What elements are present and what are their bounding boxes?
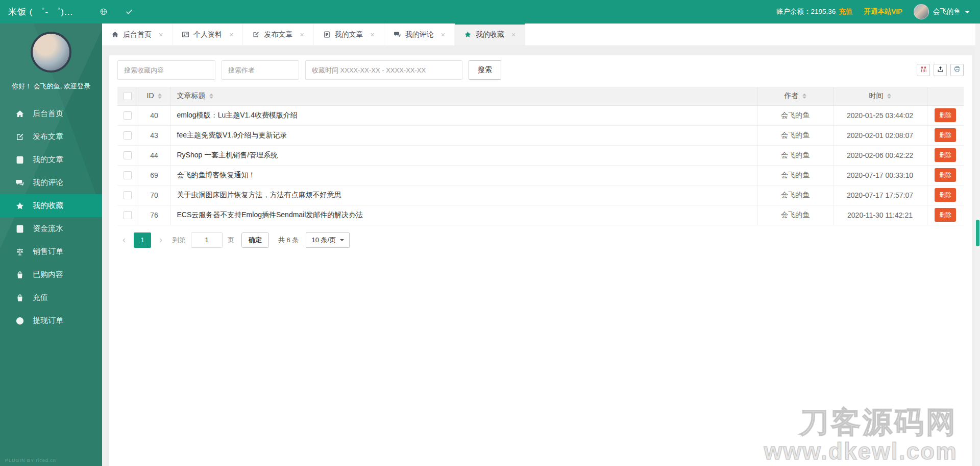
cell-title[interactable]: RyShop 一套主机销售/管理系统 xyxy=(170,145,757,165)
open-vip-link[interactable]: 开通本站VIP xyxy=(864,7,902,16)
cell-author: 会飞的鱼 xyxy=(757,205,833,225)
sidebar-item-purchased[interactable]: 已购内容 xyxy=(0,263,102,286)
cell-id: 70 xyxy=(138,185,170,205)
home-icon xyxy=(111,31,119,38)
favorites-table: ID 文章标题 作者 时间 40 emlog模版：Lu主题V1.4收费模版介绍 … xyxy=(117,87,964,225)
sort-icon[interactable] xyxy=(802,91,806,101)
tab-dashboard[interactable]: 后台首页 × xyxy=(102,24,173,45)
tab-my-favorites[interactable]: 我的收藏 × xyxy=(455,24,525,45)
sidebar-item-label: 我的文章 xyxy=(33,155,63,165)
row-checkbox[interactable] xyxy=(124,151,132,159)
close-icon[interactable]: × xyxy=(371,31,375,39)
delete-button[interactable]: 删除 xyxy=(935,128,956,142)
globe-icon[interactable] xyxy=(100,8,108,16)
comments-icon xyxy=(15,178,24,188)
cell-author: 会飞的鱼 xyxy=(757,145,833,165)
sidebar-item-my-favorites[interactable]: 我的收藏 xyxy=(0,194,102,217)
cell-title[interactable]: ECS云服务器不支持Emlog插件Sendmail发邮件的解决办法 xyxy=(170,205,757,225)
sort-icon[interactable] xyxy=(158,91,162,101)
select-all-checkbox[interactable] xyxy=(124,92,132,100)
search-author-input[interactable] xyxy=(222,60,299,80)
sidebar-item-publish[interactable]: 发布文章 xyxy=(0,125,102,148)
close-icon[interactable]: × xyxy=(300,31,304,39)
avatar[interactable] xyxy=(31,32,71,73)
topbar: 米饭 ( ゜- ゜)... 账户余额：2195.36充值 开通本站VIP 会飞的… xyxy=(0,0,980,24)
total-count-label: 共 6 条 xyxy=(278,236,299,245)
row-checkbox[interactable] xyxy=(124,111,132,120)
columns-filter-button[interactable] xyxy=(917,64,930,76)
close-icon[interactable]: × xyxy=(229,31,233,39)
sidebar-item-my-comments[interactable]: 我的评论 xyxy=(0,171,102,194)
export-button[interactable] xyxy=(934,64,947,76)
confirm-page-button[interactable]: 确定 xyxy=(241,232,269,248)
tab-publish[interactable]: 发布文章 × xyxy=(243,24,313,45)
row-checkbox[interactable] xyxy=(124,191,132,199)
delete-button[interactable]: 删除 xyxy=(935,168,956,182)
edit-icon xyxy=(15,132,24,142)
check-icon[interactable] xyxy=(125,8,133,16)
balance-value: 2195.36 xyxy=(811,8,836,15)
sidebar-item-recharge[interactable]: 充值 xyxy=(0,286,102,309)
next-page-button[interactable]: › xyxy=(154,232,167,248)
delete-button[interactable]: 删除 xyxy=(935,188,956,202)
search-content-input[interactable] xyxy=(117,60,215,80)
page-size-select[interactable]: 10 条/页 xyxy=(306,232,350,248)
sidebar-item-dashboard[interactable]: 后台首页 xyxy=(0,102,102,125)
cell-title[interactable]: 会飞的鱼博客恢复通知！ xyxy=(170,165,757,185)
cell-title[interactable]: fee主题免费版V1.9介绍与更新记录 xyxy=(170,125,757,145)
page-unit-label: 页 xyxy=(228,236,234,245)
user-menu[interactable]: 会飞的鱼 xyxy=(914,4,970,19)
close-icon[interactable]: × xyxy=(511,31,516,39)
favorite-time-input[interactable] xyxy=(305,60,462,80)
row-checkbox[interactable] xyxy=(124,131,132,139)
tab-bar: 后台首页 × 个人资料 × 发布文章 × 我的文章 × 我的评论 × 我的收藏 … xyxy=(102,24,980,46)
greeting-text: 你好！ 会飞的鱼, 欢迎登录 xyxy=(0,82,102,91)
scrollbar-thumb[interactable] xyxy=(976,220,979,246)
columns-icon xyxy=(920,65,927,75)
search-button[interactable]: 搜索 xyxy=(469,60,501,80)
current-page-button[interactable]: 1 xyxy=(134,232,151,248)
sidebar-item-label: 后台首页 xyxy=(33,109,63,119)
site-logo[interactable]: 米饭 ( ゜- ゜)... xyxy=(0,6,82,18)
tab-my-comments[interactable]: 我的评论 × xyxy=(384,24,455,45)
tab-profile[interactable]: 个人资料 × xyxy=(173,24,243,45)
close-icon[interactable]: × xyxy=(159,31,163,39)
print-button[interactable] xyxy=(950,64,964,76)
ledger-icon xyxy=(15,224,24,234)
sidebar-item-my-articles[interactable]: 我的文章 xyxy=(0,148,102,171)
close-icon[interactable]: × xyxy=(441,31,445,39)
delete-button[interactable]: 删除 xyxy=(935,208,956,222)
avatar[interactable] xyxy=(914,4,929,19)
prev-page-button[interactable]: ‹ xyxy=(117,232,131,248)
articles-icon xyxy=(323,31,331,38)
sidebar-item-label: 提现订单 xyxy=(33,316,63,325)
goto-page-input[interactable] xyxy=(191,232,223,248)
edit-icon xyxy=(252,31,260,38)
sidebar-item-funds-flow[interactable]: 资金流水 xyxy=(0,217,102,240)
sidebar-item-withdraw-orders[interactable]: 提现订单 xyxy=(0,309,102,332)
header-select-all xyxy=(117,87,138,105)
scrollbar-track xyxy=(975,24,980,466)
delete-button[interactable]: 删除 xyxy=(935,108,956,122)
recharge-link[interactable]: 充值 xyxy=(839,8,852,15)
tab-label: 发布文章 xyxy=(264,30,292,39)
sort-icon[interactable] xyxy=(887,91,891,101)
main-content: 后台首页 × 个人资料 × 发布文章 × 我的文章 × 我的评论 × 我的收藏 … xyxy=(102,24,980,466)
cell-id: 43 xyxy=(138,125,170,145)
delete-button[interactable]: 删除 xyxy=(935,148,956,162)
row-checkbox[interactable] xyxy=(124,171,132,179)
chevron-down-icon xyxy=(340,239,344,243)
row-checkbox[interactable] xyxy=(124,211,132,219)
table-row: 43 fee主题免费版V1.9介绍与更新记录 会飞的鱼 2020-02-01 0… xyxy=(117,125,964,145)
sort-icon[interactable] xyxy=(209,91,213,101)
tab-my-articles[interactable]: 我的文章 × xyxy=(314,24,384,45)
search-toolbar: 搜索 xyxy=(109,55,972,85)
cell-title[interactable]: emlog模版：Lu主题V1.4收费模版介绍 xyxy=(170,105,757,125)
idcard-icon xyxy=(182,31,189,38)
sidebar-item-sales-orders[interactable]: 销售订单 xyxy=(0,240,102,263)
sidebar-item-label: 发布文章 xyxy=(33,132,63,142)
cell-author: 会飞的鱼 xyxy=(757,165,833,185)
bag-icon xyxy=(15,270,24,279)
cell-id: 40 xyxy=(138,105,170,125)
cell-title[interactable]: 关于虫洞图床图片恢复方法，方法有点麻烦不好意思 xyxy=(170,185,757,205)
